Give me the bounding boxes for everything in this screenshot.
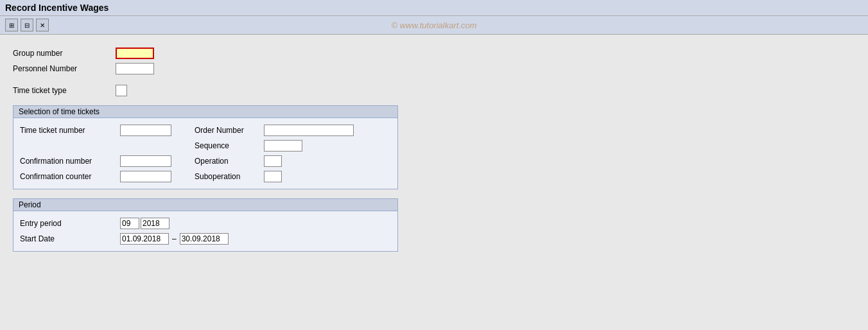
sequence-row: Sequence: [20, 140, 391, 152]
counter-suboperation-row: Confirmation counter Suboperation: [20, 171, 391, 182]
suboperation-input[interactable]: [264, 171, 282, 182]
confirmation-counter-label: Confirmation counter: [20, 172, 110, 181]
date-separator: –: [170, 234, 178, 243]
period-section-header: Period: [13, 199, 397, 211]
main-content: Group number Personnel Number Time ticke…: [0, 35, 868, 330]
confirmation-number-input[interactable]: [120, 155, 171, 167]
operation-label: Operation: [195, 157, 259, 166]
selection-section-header: Selection of time tickets: [13, 106, 397, 118]
ticket-order-row: Time ticket number Order Number: [20, 125, 391, 136]
selection-section-body: Time ticket number Order Number Sequence…: [13, 118, 397, 189]
group-number-label: Group number: [13, 49, 116, 58]
suboperation-label: Suboperation: [195, 172, 259, 181]
time-ticket-type-row: Time ticket type: [13, 85, 855, 96]
order-number-group: Order Number: [195, 125, 354, 136]
time-ticket-number-input[interactable]: [120, 125, 171, 136]
entry-period-month-input[interactable]: [120, 218, 139, 229]
watermark: © www.tutorialkart.com: [391, 21, 476, 30]
operation-input[interactable]: [264, 155, 282, 167]
entry-period-inputs: [120, 218, 169, 229]
confirmation-operation-row: Confirmation number Operation: [20, 155, 391, 167]
toolbar: ⊞ ⊟ ✕ © www.tutorialkart.com: [0, 16, 868, 35]
entry-period-row: Entry period: [20, 218, 391, 229]
time-ticket-type-input[interactable]: [116, 85, 127, 96]
settings-icon[interactable]: ✕: [36, 19, 49, 31]
start-date-row: Start Date –: [20, 233, 391, 245]
title-bar: Record Incentive Wages: [0, 0, 868, 16]
grid-icon[interactable]: ⊞: [5, 19, 18, 31]
personnel-number-label: Personnel Number: [13, 64, 116, 73]
sequence-input[interactable]: [264, 140, 302, 152]
start-date-label: Start Date: [20, 234, 110, 243]
group-number-input[interactable]: [116, 48, 154, 59]
start-date-from-input[interactable]: [120, 233, 169, 245]
confirmation-counter-input[interactable]: [120, 171, 171, 182]
group-number-row: Group number: [13, 48, 855, 59]
period-section: Period Entry period Start Date –: [13, 198, 398, 252]
operation-group: Operation: [195, 155, 282, 167]
entry-period-label: Entry period: [20, 219, 110, 228]
order-number-label: Order Number: [195, 126, 259, 135]
period-section-body: Entry period Start Date –: [13, 211, 397, 251]
confirmation-number-label: Confirmation number: [20, 157, 110, 166]
personnel-number-input[interactable]: [116, 63, 154, 74]
personnel-number-row: Personnel Number: [13, 63, 855, 74]
selection-section: Selection of time tickets Time ticket nu…: [13, 105, 398, 189]
order-number-input[interactable]: [264, 125, 354, 136]
suboperation-group: Suboperation: [195, 171, 282, 182]
sequence-group: Sequence: [195, 140, 302, 152]
table-icon[interactable]: ⊟: [21, 19, 33, 31]
sequence-label: Sequence: [195, 141, 259, 150]
time-ticket-type-label: Time ticket type: [13, 86, 116, 95]
window-title: Record Incentive Wages: [5, 3, 108, 13]
time-ticket-number-label: Time ticket number: [20, 126, 110, 135]
start-date-inputs: –: [120, 233, 229, 245]
entry-period-year-input[interactable]: [141, 218, 169, 229]
start-date-to-input[interactable]: [180, 233, 229, 245]
